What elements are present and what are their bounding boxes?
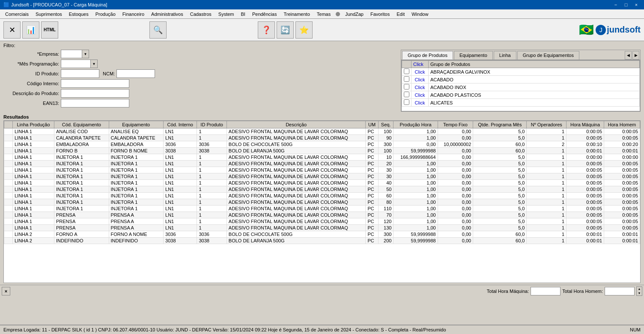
menu-suprimentos[interactable]: Suprimentos bbox=[32, 9, 66, 19]
menu-system[interactable]: System bbox=[215, 9, 238, 19]
back-button[interactable]: 🔄 bbox=[277, 21, 294, 39]
group-row-checkbox[interactable] bbox=[404, 99, 409, 105]
codigo-interno-input[interactable] bbox=[61, 79, 129, 88]
table-row[interactable]: LINHA 1INJETORA 1INJETORA 1LN11ADESIVO F… bbox=[4, 167, 640, 173]
tab-grupo-equipamentos[interactable]: Grupo de Equipamentos bbox=[517, 51, 579, 60]
group-table-row[interactable]: Click ALICATES bbox=[402, 99, 640, 107]
menu-administrativos[interactable]: Administrativos bbox=[148, 9, 187, 19]
mes-programacao-input[interactable]: 09/2023 bbox=[61, 60, 91, 68]
table-row[interactable]: LINHA 1INJETORA 1INJETORA 1LN11ADESIVO F… bbox=[4, 154, 640, 161]
table-row[interactable]: LINHA 1INJETORA 1INJETORA 1LN11ADESIVO F… bbox=[4, 193, 640, 199]
table-row[interactable]: LINHA 1PRENSAPRENSA ALN11ADESIVO FRONTAL… bbox=[4, 212, 640, 218]
cell-2: PRENSA A bbox=[109, 218, 164, 225]
menu-pendencias[interactable]: Pendências bbox=[249, 9, 280, 19]
close-button[interactable]: × bbox=[632, 1, 641, 8]
group-row-click[interactable]: Click bbox=[411, 84, 429, 91]
empresa-dropdown-arrow[interactable]: ▼ bbox=[82, 50, 89, 58]
table-row[interactable]: LINHA 2FORNO AFORNO A NOME30363036BOLO D… bbox=[4, 231, 640, 238]
cell-4: 3038 bbox=[197, 238, 227, 244]
ean13-label: EAN13: bbox=[3, 101, 59, 106]
empresa-dropdown[interactable]: 11 ▼ bbox=[61, 50, 89, 58]
menu-financeiro[interactable]: Financeiro bbox=[119, 9, 148, 19]
group-row-checkbox[interactable] bbox=[404, 84, 409, 89]
spinner-up-button[interactable]: ▲ bbox=[637, 287, 642, 291]
cell-1: INJETORA 1 bbox=[54, 199, 109, 206]
cell-9: 0,00 bbox=[438, 186, 473, 193]
table-row[interactable]: LINHA 1FORNO BFORNO B NOME30383038BOLO D… bbox=[4, 148, 640, 154]
results-table-area[interactable]: Linha ProduçãoCód. EquipamentoEquipament… bbox=[3, 120, 641, 283]
menu-temas[interactable]: Temas bbox=[313, 9, 334, 19]
empresa-input[interactable]: 11 bbox=[61, 50, 82, 58]
menu-estoques[interactable]: Estoques bbox=[66, 9, 92, 19]
col-n-operadores: Nº Operadores bbox=[527, 121, 566, 128]
exit-button[interactable]: ✕ bbox=[3, 21, 21, 39]
menu-window[interactable]: Window bbox=[408, 9, 432, 19]
cell-9: 0,00 bbox=[438, 154, 473, 161]
table-row[interactable]: LINHA 1PRENSAPRENSA ALN11ADESIVO FRONTAL… bbox=[4, 225, 640, 231]
table-row[interactable]: LINHA 1INJETORA 1INJETORA 1LN11ADESIVO F… bbox=[4, 199, 640, 206]
html-button[interactable]: HTML bbox=[41, 21, 58, 39]
group-row-click[interactable]: Click bbox=[411, 91, 429, 99]
total-hora-homem-value: 0:01:28 bbox=[605, 287, 635, 295]
group-table-row[interactable]: Click ACABADO bbox=[402, 76, 640, 84]
group-row-click[interactable]: Click bbox=[411, 99, 429, 107]
table-row[interactable]: LINHA 2INDEFINIDOINDEFINIDO30383038BOLO … bbox=[4, 238, 640, 244]
col-seq: Seq. bbox=[378, 121, 394, 128]
ean13-input[interactable] bbox=[61, 99, 129, 107]
menu-producao[interactable]: Produção bbox=[92, 9, 119, 19]
menu-treinamento[interactable]: Treinamento bbox=[280, 9, 313, 19]
group-table-row[interactable]: Click ACABADO PLASTICOS bbox=[402, 91, 640, 99]
cell-9: 0,00 bbox=[438, 212, 473, 218]
bottom-x-button[interactable]: × bbox=[2, 287, 10, 295]
search-button[interactable]: 🔍 bbox=[149, 21, 167, 39]
menu-bi[interactable]: BI bbox=[238, 9, 249, 19]
cell-7: 20 bbox=[378, 161, 394, 167]
group-row-checkbox[interactable] bbox=[404, 92, 409, 97]
restore-button[interactable]: □ bbox=[622, 1, 630, 8]
chart-button[interactable]: 📊 bbox=[22, 21, 39, 39]
menu-favoritos[interactable]: Favoritos bbox=[367, 9, 393, 19]
tab-grupo-produtos[interactable]: Grupo de Produtos bbox=[402, 51, 453, 60]
cell-2: EMBALADORA bbox=[109, 141, 164, 148]
descricao-produto-input[interactable] bbox=[61, 89, 129, 98]
favorites-button[interactable]: ⭐ bbox=[295, 21, 313, 39]
spinner[interactable]: ▲ ▼ bbox=[636, 286, 642, 296]
table-row[interactable]: LINHA 1INJETORA 1INJETORA 1LN11ADESIVO F… bbox=[4, 161, 640, 167]
tab-next-button[interactable]: ▶ bbox=[632, 51, 639, 60]
table-row[interactable]: LINHA 1INJETORA 1INJETORA 1LN11ADESIVO F… bbox=[4, 186, 640, 193]
table-row[interactable]: LINHA 1PRENSAPRENSA ALN11ADESIVO FRONTAL… bbox=[4, 218, 640, 225]
table-row[interactable]: LINHA 1INJETORA 1INJETORA 1LN11ADESIVO F… bbox=[4, 206, 640, 212]
spinner-down-button[interactable]: ▼ bbox=[637, 291, 642, 295]
group-row-click[interactable]: Click bbox=[411, 68, 429, 76]
table-row[interactable]: LINHA 1EMBALADORAEMBALADORA30363036BOLO … bbox=[4, 141, 640, 148]
mes-programacao-dropdown-arrow[interactable]: ▼ bbox=[91, 60, 98, 68]
group-table-row[interactable]: Click ABRAÇADEIRA GALV/INOX bbox=[402, 68, 640, 76]
tab-equipamento[interactable]: Equipamento bbox=[454, 51, 493, 60]
tab-prev-button[interactable]: ◀ bbox=[625, 51, 632, 60]
cell-4: 1 bbox=[197, 218, 227, 225]
group-table-area[interactable]: Click Grupo de Produtos Click ABRAÇADEIR… bbox=[401, 60, 640, 111]
menu-cadastros[interactable]: Cadastros bbox=[187, 9, 215, 19]
mes-programacao-dropdown[interactable]: 09/2023 ▼ bbox=[61, 60, 98, 68]
row-selector bbox=[4, 128, 13, 135]
id-produto-input[interactable] bbox=[61, 69, 99, 78]
group-table-row[interactable]: Click ACABADO INOX bbox=[402, 84, 640, 91]
table-row[interactable]: LINHA 1CALANDRA TAPETECALANDRA TAPETELN1… bbox=[4, 135, 640, 141]
menu-jundzap[interactable]: JundZap bbox=[342, 9, 367, 19]
table-row[interactable]: LINHA 1INJETORA 1INJETORA 1LN11ADESIVO F… bbox=[4, 180, 640, 186]
group-row-checkbox[interactable] bbox=[404, 69, 409, 74]
group-row-checkbox[interactable] bbox=[404, 76, 409, 82]
table-row[interactable]: LINHA 1INJETORA 1INJETORA 1LN11ADESIVO F… bbox=[4, 173, 640, 180]
tab-linha[interactable]: Linha bbox=[494, 51, 516, 60]
ncm-input[interactable] bbox=[116, 69, 155, 78]
table-row[interactable]: LINHA 1ANALISE CODANALISE EQLN11ADESIVO … bbox=[4, 128, 640, 135]
cell-1: INJETORA 1 bbox=[54, 206, 109, 212]
cell-5: BOLO DE LARANJA 500G bbox=[227, 148, 366, 154]
menu-edit[interactable]: Edit bbox=[393, 9, 408, 19]
cell-9: 0,00 bbox=[438, 161, 473, 167]
minimize-button[interactable]: − bbox=[611, 1, 620, 8]
menu-comerciais[interactable]: Comerciais bbox=[2, 9, 32, 19]
cell-7: 100 bbox=[378, 148, 394, 154]
group-row-click[interactable]: Click bbox=[411, 76, 429, 84]
help-button[interactable]: ❓ bbox=[258, 21, 275, 39]
